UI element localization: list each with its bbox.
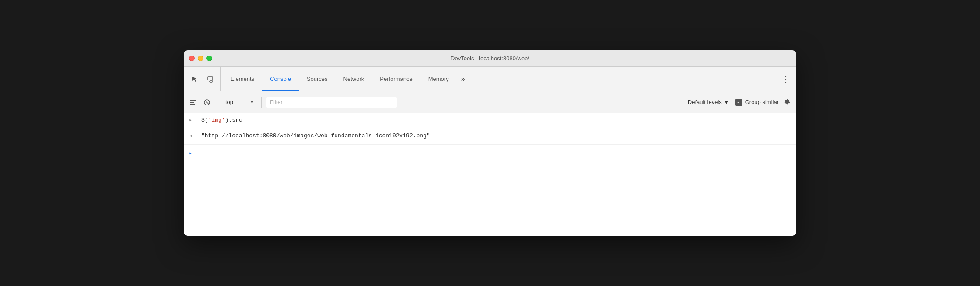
block-network-button[interactable] bbox=[201, 97, 213, 108]
console-settings-button[interactable] bbox=[781, 97, 793, 108]
device-toolbar-button[interactable] bbox=[205, 73, 217, 85]
inspect-element-button[interactable] bbox=[189, 73, 201, 85]
clear-console-button[interactable] bbox=[187, 97, 199, 108]
console-prompt-arrow: ▸ bbox=[189, 150, 198, 157]
svg-rect-4 bbox=[190, 102, 194, 103]
tab-sources[interactable]: Sources bbox=[299, 67, 336, 91]
code-string-img: 'img' bbox=[208, 117, 225, 123]
console-url-link[interactable]: http://localhost:8080/web/images/web-fun… bbox=[205, 133, 427, 139]
traffic-lights bbox=[189, 56, 212, 61]
tab-network[interactable]: Network bbox=[336, 67, 372, 91]
context-select[interactable]: top bbox=[222, 97, 257, 107]
maximize-button[interactable] bbox=[206, 56, 212, 61]
console-toolbar: top ▼ Default levels ▼ ✓ Group similar bbox=[184, 91, 796, 113]
window-title: DevTools - localhost:8080/web/ bbox=[451, 55, 529, 62]
code-paren-close: ).src bbox=[225, 117, 242, 123]
levels-dropdown-arrow: ▼ bbox=[724, 99, 729, 105]
svg-rect-0 bbox=[208, 77, 213, 80]
svg-rect-1 bbox=[210, 80, 212, 82]
tab-elements[interactable]: Elements bbox=[223, 67, 262, 91]
tab-spacer bbox=[469, 67, 777, 91]
devtools-menu-button[interactable]: ⋮ bbox=[777, 67, 794, 91]
tab-performance[interactable]: Performance bbox=[372, 67, 420, 91]
console-line-input: ▸ $('img').src bbox=[184, 113, 796, 129]
filter-input[interactable] bbox=[266, 97, 397, 108]
code-quote-close: " bbox=[427, 133, 430, 139]
console-prompt-line: ▸ bbox=[184, 145, 796, 160]
close-button[interactable] bbox=[189, 56, 195, 61]
svg-rect-3 bbox=[190, 100, 196, 101]
devtools-body: Elements Console Sources Network Perform… bbox=[184, 67, 796, 236]
tab-memory[interactable]: Memory bbox=[420, 67, 457, 91]
group-similar-toggle[interactable]: ✓ Group similar bbox=[735, 99, 779, 106]
tab-icons bbox=[186, 67, 221, 91]
minimize-button[interactable] bbox=[198, 56, 203, 61]
levels-dropdown-button[interactable]: Default levels ▼ bbox=[684, 97, 733, 107]
group-similar-checkbox[interactable]: ✓ bbox=[735, 99, 742, 106]
toolbar-divider-2 bbox=[261, 97, 262, 108]
code-quote-open: " bbox=[201, 133, 205, 139]
console-text-output: "http://localhost:8080/web/images/web-fu… bbox=[201, 132, 791, 140]
tab-bar: Elements Console Sources Network Perform… bbox=[184, 67, 796, 91]
context-selector-wrap: top ▼ bbox=[222, 97, 257, 107]
code-paren-open: $( bbox=[201, 117, 208, 123]
svg-rect-5 bbox=[190, 104, 195, 105]
more-tabs-button[interactable]: » bbox=[457, 67, 469, 91]
tab-console[interactable]: Console bbox=[262, 67, 299, 91]
console-line-output: ◂ "http://localhost:8080/web/images/web-… bbox=[184, 129, 796, 145]
console-arrow-right-1: ▸ bbox=[189, 117, 198, 123]
toolbar-divider-1 bbox=[217, 97, 217, 108]
console-text-input[interactable]: $('img').src bbox=[201, 116, 791, 125]
devtools-window: DevTools - localhost:8080/web/ bbox=[184, 50, 796, 236]
svg-line-7 bbox=[205, 100, 209, 104]
console-arrow-left-1: ◂ bbox=[189, 133, 198, 139]
title-bar: DevTools - localhost:8080/web/ bbox=[184, 50, 796, 67]
console-content: ▸ $('img').src ◂ "http://localhost:8080/… bbox=[184, 113, 796, 236]
